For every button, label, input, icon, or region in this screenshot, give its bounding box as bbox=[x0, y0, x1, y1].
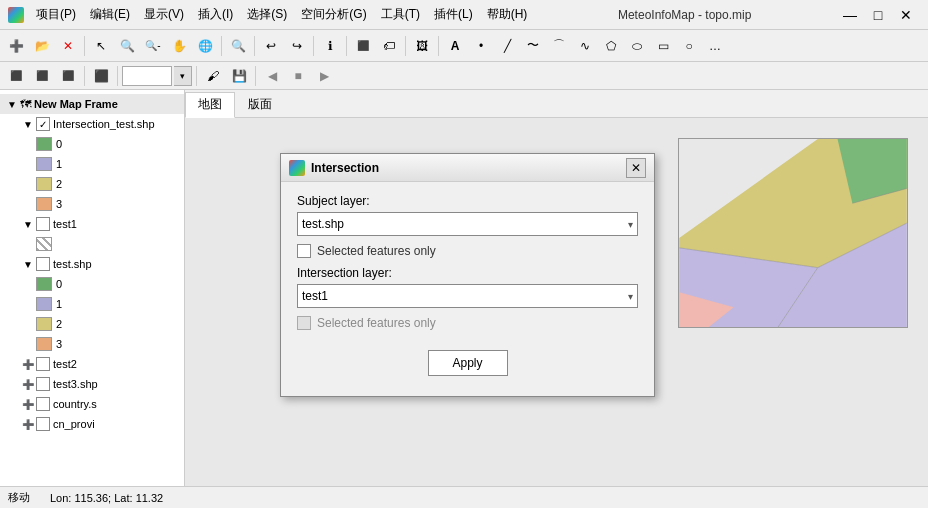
curve-button[interactable]: ∿ bbox=[573, 34, 597, 58]
close-file-button[interactable]: ✕ bbox=[56, 34, 80, 58]
testshp-legend-2: 2 bbox=[0, 314, 184, 334]
testshp-legend-1-label: 1 bbox=[56, 298, 62, 310]
layer-test1[interactable]: ▼ test1 bbox=[0, 214, 184, 234]
expand-intersection-icon[interactable]: ▼ bbox=[20, 116, 36, 132]
close-button[interactable]: ✕ bbox=[892, 3, 920, 27]
dialog-close-button[interactable]: ✕ bbox=[626, 158, 646, 178]
apply-button[interactable]: Apply bbox=[428, 350, 508, 376]
subject-layer-select[interactable]: test.shp ▾ bbox=[297, 212, 638, 236]
tb2-btn1[interactable]: ⬛ bbox=[4, 64, 28, 88]
checkbox-test1[interactable] bbox=[36, 217, 50, 231]
tb2-btn2[interactable]: ⬛ bbox=[30, 64, 54, 88]
oval-button[interactable]: ⬭ bbox=[625, 34, 649, 58]
open-button[interactable]: 📂 bbox=[30, 34, 54, 58]
redo-button[interactable]: ↪ bbox=[285, 34, 309, 58]
intersection-layer-select[interactable]: test1 ▾ bbox=[297, 284, 638, 308]
zoom-out-button[interactable]: 🔍- bbox=[141, 34, 165, 58]
dot-button[interactable]: • bbox=[469, 34, 493, 58]
image-button[interactable]: 🖼 bbox=[410, 34, 434, 58]
toolbar-2: ⬛ ⬛ ⬛ ⬛ 100% ▾ 🖌 💾 ◀ ■ ▶ bbox=[0, 62, 928, 90]
layer-cnprovi[interactable]: ➕ cn_provi bbox=[0, 414, 184, 434]
layer-test3shp[interactable]: ➕ test3.shp bbox=[0, 374, 184, 394]
menu-plugins[interactable]: 插件(L) bbox=[428, 4, 479, 25]
line-button[interactable]: ╱ bbox=[495, 34, 519, 58]
globe-button[interactable]: 🌐 bbox=[193, 34, 217, 58]
undo-button[interactable]: ↩ bbox=[259, 34, 283, 58]
zoom-dropdown[interactable]: ▾ bbox=[174, 66, 192, 86]
checkbox-test2[interactable] bbox=[36, 357, 50, 371]
menu-project[interactable]: 项目(P) bbox=[30, 4, 82, 25]
window-title: MeteoInfoMap - topo.mip bbox=[618, 8, 751, 22]
tb2-stop[interactable]: ■ bbox=[286, 64, 310, 88]
expand-cnprovi-icon[interactable]: ➕ bbox=[20, 416, 36, 432]
testshp-legend-3-label: 3 bbox=[56, 338, 62, 350]
statusbar: 移动 Lon: 115.36; Lat: 11.32 bbox=[0, 486, 928, 508]
layer-intersection[interactable]: ▼ Intersection_test.shp bbox=[0, 114, 184, 134]
tb2-next[interactable]: ▶ bbox=[312, 64, 336, 88]
layer-cnprovi-label: cn_provi bbox=[53, 418, 95, 430]
wave-button[interactable]: 〜 bbox=[521, 34, 545, 58]
expand-testshp-icon[interactable]: ▼ bbox=[20, 256, 36, 272]
dialog-icon bbox=[289, 160, 305, 176]
checkbox-cnprovi[interactable] bbox=[36, 417, 50, 431]
menu-spatial[interactable]: 空间分析(G) bbox=[295, 4, 372, 25]
dialog-title-text: Intersection bbox=[311, 161, 379, 175]
menu-view[interactable]: 显示(V) bbox=[138, 4, 190, 25]
center-panel: 地图 版面 bbox=[185, 90, 928, 486]
select-tool[interactable]: ↖ bbox=[89, 34, 113, 58]
checkbox-country[interactable] bbox=[36, 397, 50, 411]
dialog-overlay: Intersection ✕ Subject layer: test.shp ▾… bbox=[185, 118, 928, 486]
titlebar-left: 项目(P) 编辑(E) 显示(V) 插入(I) 选择(S) 空间分析(G) 工具… bbox=[8, 4, 533, 25]
tb2-btn4[interactable]: ⬛ bbox=[89, 64, 113, 88]
layer-country[interactable]: ➕ country.s bbox=[0, 394, 184, 414]
legend-3-label: 3 bbox=[56, 198, 62, 210]
rect-button[interactable]: ▭ bbox=[651, 34, 675, 58]
text-button[interactable]: A bbox=[443, 34, 467, 58]
new-button[interactable]: ➕ bbox=[4, 34, 28, 58]
separator-2 bbox=[221, 36, 222, 56]
tab-layout[interactable]: 版面 bbox=[235, 92, 285, 117]
map-frame-group[interactable]: ▼ 🗺 New Map Frame bbox=[0, 94, 184, 114]
checkbox-intersection[interactable] bbox=[36, 117, 50, 131]
pan-tool[interactable]: ✋ bbox=[167, 34, 191, 58]
expand-test2-icon[interactable]: ➕ bbox=[20, 356, 36, 372]
tb2-prev[interactable]: ◀ bbox=[260, 64, 284, 88]
layer-testshp[interactable]: ▼ test.shp bbox=[0, 254, 184, 274]
intersection-dialog: Intersection ✕ Subject layer: test.shp ▾… bbox=[280, 153, 655, 397]
tb2-btn3[interactable]: ⬛ bbox=[56, 64, 80, 88]
expand-test3-icon[interactable]: ➕ bbox=[20, 376, 36, 392]
tb2-paint[interactable]: 🖌 bbox=[201, 64, 225, 88]
menu-insert[interactable]: 插入(I) bbox=[192, 4, 239, 25]
expand-icon[interactable]: ▼ bbox=[4, 96, 20, 112]
menu-tools[interactable]: 工具(T) bbox=[375, 4, 426, 25]
menu-edit[interactable]: 编辑(E) bbox=[84, 4, 136, 25]
zoom-input[interactable]: 100% bbox=[122, 66, 172, 86]
polygon-button[interactable]: ⬠ bbox=[599, 34, 623, 58]
menu-select[interactable]: 选择(S) bbox=[241, 4, 293, 25]
expand-country-icon[interactable]: ➕ bbox=[20, 396, 36, 412]
menu-help[interactable]: 帮助(H) bbox=[481, 4, 534, 25]
testshp-color-3 bbox=[36, 337, 52, 351]
intersection-selected-checkbox[interactable] bbox=[297, 316, 311, 330]
zoom-in-button[interactable]: 🔍 bbox=[115, 34, 139, 58]
minimize-button[interactable]: — bbox=[836, 3, 864, 27]
expand-test1-icon[interactable]: ▼ bbox=[20, 216, 36, 232]
separator-6 bbox=[405, 36, 406, 56]
search-button[interactable]: 🔍 bbox=[226, 34, 250, 58]
more-button[interactable]: … bbox=[703, 34, 727, 58]
separator-tb2-2 bbox=[117, 66, 118, 86]
maximize-button[interactable]: □ bbox=[864, 3, 892, 27]
testshp-legend-1: 1 bbox=[0, 294, 184, 314]
tab-map[interactable]: 地图 bbox=[185, 92, 235, 118]
subject-selected-checkbox[interactable] bbox=[297, 244, 311, 258]
layer-test2[interactable]: ➕ test2 bbox=[0, 354, 184, 374]
checkbox-test3shp[interactable] bbox=[36, 377, 50, 391]
info-button[interactable]: ℹ bbox=[318, 34, 342, 58]
table-button[interactable]: ⬛ bbox=[351, 34, 375, 58]
color-2 bbox=[36, 177, 52, 191]
checkbox-testshp[interactable] bbox=[36, 257, 50, 271]
tag-button[interactable]: 🏷 bbox=[377, 34, 401, 58]
tb2-save[interactable]: 💾 bbox=[227, 64, 251, 88]
circle-button[interactable]: ○ bbox=[677, 34, 701, 58]
arc-button[interactable]: ⌒ bbox=[547, 34, 571, 58]
